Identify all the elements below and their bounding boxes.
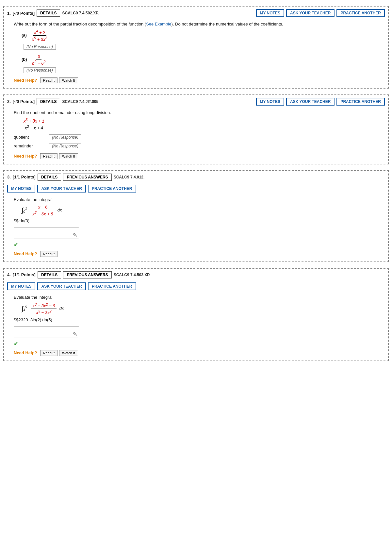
problem-3-my-notes-button[interactable]: MY NOTES [7,185,35,193]
problem-2-read-it-button[interactable]: Read It [40,153,57,159]
problem-4-scalc: SCALC9 7.4.503.XP. [114,273,151,277]
checkmark-icon-4: ✔ [14,341,18,346]
problem-2-body: Find the quotient and remainder using lo… [4,108,388,159]
problem-4-answer-shown: $$2320−3ln(2)+ln(5) [14,317,378,322]
problem-3-points: [1/1 Points] [13,175,36,179]
problem-4-header-row2: MY NOTES ASK YOUR TEACHER PRACTICE ANOTH… [4,281,388,293]
problem-4-integral: ∫45 x3 − 3x2 − 9 x3 − 3x2 dx [22,302,378,315]
problem-3-previous-answers-button[interactable]: PREVIOUS ANSWERS [63,174,111,181]
problem-1-points: [-/0 Points] [13,11,35,16]
part-b-denominator: b2 − 62 [31,59,47,66]
part-a-denominator: x5 + 3x3 [31,36,49,42]
problem-2-quotient-response: (No Response) [49,134,81,140]
problem-2-need-help-label: Need Help? [14,154,37,159]
problem-3-details-button[interactable]: DETAILS [38,174,61,181]
problem-4-number: 4. [7,272,11,277]
problem-3-read-it-button[interactable]: Read It [40,251,57,257]
problem-2-denominator: x2 − x + 4 [24,124,44,130]
problem-4-details-button[interactable]: DETAILS [38,271,61,278]
problem-1-header: 1. [-/0 Points] DETAILS SCALC9 7.4.502.X… [4,7,388,20]
part-a-fraction: x4 + 2 x5 + 3x3 [31,29,49,42]
problem-3-checkmark: ✔ [14,242,378,248]
problem-1-my-notes-button[interactable]: MY NOTES [256,9,284,17]
problem-3-need-help-label: Need Help? [14,251,37,256]
problem-2-number: 2. [7,99,11,104]
part-b-fraction: 3 b2 − 62 [31,54,47,66]
problem-3-practice-another-button[interactable]: PRACTICE ANOTHER [88,185,136,193]
problem-4-need-help-row: Need Help? Read It Watch It [14,350,378,356]
problem-4-read-it-button[interactable]: Read It [40,350,57,356]
problem-1-details-button[interactable]: DETAILS [37,9,60,17]
problem-1-body: Write out the form of the partial fracti… [4,20,388,83]
problem-4-header: 4. [1/1 Points] DETAILS PREVIOUS ANSWERS… [4,269,388,281]
problem-4: 4. [1/1 Points] DETAILS PREVIOUS ANSWERS… [3,268,389,361]
problem-1-part-a-fraction: (a) x4 + 2 x5 + 3x3 [22,29,378,42]
problem-2-watch-it-button[interactable]: Watch It [59,153,78,159]
problem-3-integral: ∫01 x − 6 x2 − 6x + 8 dx [22,205,378,216]
problem-4-answer-input-area: ✎ [14,324,378,339]
problem-1-number: 1. [7,11,11,16]
problem-3-number: 3. [7,175,11,179]
problem-4-my-notes-button[interactable]: MY NOTES [7,282,35,290]
part-b-label: (b) [22,57,27,62]
problem-2-quotient-row: quotient (No Response) [14,133,378,141]
problem-4-practice-another-button[interactable]: PRACTICE ANOTHER [88,282,136,290]
problem-2-need-help-row: Need Help? Read It Watch It [14,153,378,159]
part-b-numerator: 3 [36,54,41,59]
problem-2-fraction-main: x3 + 3x + 1 x2 − x + 4 [22,118,378,131]
problem-2-ask-teacher-button[interactable]: ASK YOUR TEACHER [286,98,335,106]
problem-1-part-b: (b) 3 b2 − 62 (No Response) [14,54,378,74]
problem-2-numerator: x3 + 3x + 1 [22,118,46,124]
problem-4-previous-answers-button[interactable]: PREVIOUS ANSWERS [63,271,111,278]
problem-1-ask-teacher-button[interactable]: ASK YOUR TEACHER [286,9,335,17]
problem-1-read-it-button[interactable]: Read It [40,77,57,83]
problem-1-practice-another-button[interactable]: PRACTICE ANOTHER [336,9,385,17]
problem-3-scalc: SCALC9 7.4.012. [114,175,145,179]
edit-icon-4: ✎ [73,331,77,337]
problem-2-remainder-row: remainder (No Response) [14,142,378,150]
problem-1-scalc: SCALC9 7.4.502.XP. [62,11,99,15]
problem-4-need-help-label: Need Help? [14,350,37,355]
checkmark-icon-3: ✔ [14,242,18,247]
problem-2-points: [-/0 Points] [13,99,35,104]
problem-3-need-help-row: Need Help? Read It [14,251,378,257]
problem-4-points: [1/1 Points] [13,272,36,277]
problem-2-header: 2. [-/0 Points] DETAILS SCALC9 7.4.JIT.0… [4,95,388,108]
problem-1-part-b-fraction: (b) 3 b2 − 62 [22,54,378,66]
problem-1-watch-it-button[interactable]: Watch It [59,77,78,83]
problem-4-body: Evaluate the integral. ∫45 x3 − 3x2 − 9 … [4,293,388,356]
problem-4-ask-teacher-button[interactable]: ASK YOUR TEACHER [37,282,86,290]
quotient-label: quotient [14,135,37,140]
problem-4-answer-input[interactable] [14,326,79,338]
problem-2-main-fraction: x3 + 3x + 1 x2 − x + 4 [22,118,46,131]
problem-1: 1. [-/0 Points] DETAILS SCALC9 7.4.502.X… [3,6,389,89]
problem-3-answer-input[interactable] [14,227,79,239]
remainder-label: remainder [14,143,37,148]
problem-3-body: Evaluate the integral. ∫01 x − 6 x2 − 6x… [4,195,388,257]
problem-4-description: Evaluate the integral. [14,295,378,300]
part-a-label: (a) [22,33,27,38]
problem-3-answer-shown: $$−ln(3) [14,218,378,223]
see-example-link-1[interactable]: See Example [146,22,171,26]
edit-icon-3: ✎ [73,232,77,238]
problem-4-checkmark: ✔ [14,341,378,347]
problem-1-part-b-response: (No Response) [24,67,56,73]
problem-3-answer-input-area: ✎ [14,225,378,240]
problem-1-part-a: (a) x4 + 2 x5 + 3x3 (No Response) [14,29,378,51]
problem-2-scalc: SCALC9 7.4.JIT.005. [62,99,99,104]
problem-2-description: Find the quotient and remainder using lo… [14,110,378,115]
problem-3-header-row2: MY NOTES ASK YOUR TEACHER PRACTICE ANOTH… [4,183,388,195]
problem-1-description: Write out the form of the partial fracti… [14,22,378,26]
problem-2-remainder-response: (No Response) [49,143,81,149]
problem-3: 3. [1/1 Points] DETAILS PREVIOUS ANSWERS… [3,170,389,262]
problem-1-need-help-label: Need Help? [14,78,37,83]
problem-2-details-button[interactable]: DETAILS [37,98,60,105]
problem-3-ask-teacher-button[interactable]: ASK YOUR TEACHER [37,185,86,193]
problem-2: 2. [-/0 Points] DETAILS SCALC9 7.4.JIT.0… [3,94,389,164]
problem-3-description: Evaluate the integral. [14,197,378,202]
problem-3-header: 3. [1/1 Points] DETAILS PREVIOUS ANSWERS… [4,171,388,183]
problem-4-watch-it-button[interactable]: Watch It [59,350,78,356]
problem-1-part-a-response: (No Response) [24,44,56,50]
problem-2-my-notes-button[interactable]: MY NOTES [256,98,284,106]
problem-2-practice-another-button[interactable]: PRACTICE ANOTHER [336,98,385,106]
